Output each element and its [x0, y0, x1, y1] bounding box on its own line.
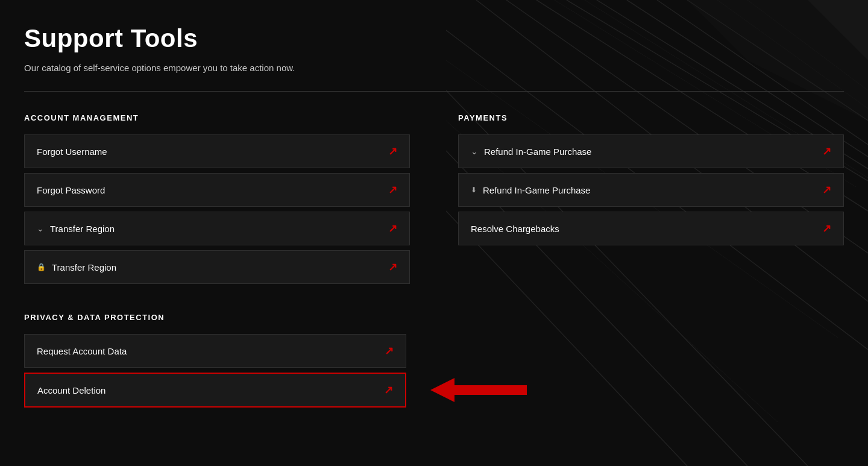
transfer-region-2-left: 🔒 Transfer Region	[37, 262, 116, 272]
payments-title: PAYMENTS	[458, 113, 844, 122]
refund-ingame-2-label: Refund In-Game Purchase	[483, 185, 590, 195]
request-account-data-left: Request Account Data	[37, 346, 127, 356]
privacy-section-wrapper: PRIVACY & DATA PROTECTION Request Accoun…	[24, 313, 844, 408]
forgot-username-label: Forgot Username	[37, 146, 107, 157]
section-divider	[24, 91, 844, 92]
resolve-chargebacks-item[interactable]: Resolve Chargebacks ↗	[458, 212, 844, 245]
resolve-chargebacks-arrow: ↗	[822, 222, 831, 235]
account-deletion-item[interactable]: Account Deletion ↗	[24, 373, 406, 408]
transfer-region-2-arrow: ↗	[388, 260, 397, 274]
refund-ingame-2-item[interactable]: ⬇ Refund In-Game Purchase ↗	[458, 173, 844, 207]
refund-ingame-2-arrow: ↗	[822, 183, 831, 197]
account-management-title: ACCOUNT MANAGEMENT	[24, 113, 410, 122]
transfer-region-1-icon: ⌄	[37, 224, 44, 233]
transfer-region-1-left: ⌄ Transfer Region	[37, 224, 115, 234]
page-title: Support Tools	[24, 24, 844, 53]
payments-section: PAYMENTS ⌄ Refund In-Game Purchase ↗ ⬇ R…	[458, 113, 844, 313]
account-management-section: ACCOUNT MANAGEMENT Forgot Username ↗ For…	[24, 113, 410, 313]
page-subtitle: Our catalog of self-service options empo…	[24, 63, 844, 73]
account-deletion-wrapper: Account Deletion ↗	[24, 373, 406, 408]
refund-ingame-2-left: ⬇ Refund In-Game Purchase	[471, 185, 590, 195]
account-deletion-label: Account Deletion	[37, 385, 105, 395]
refund-ingame-1-icon: ⌄	[471, 146, 478, 156]
transfer-region-1-arrow: ↗	[388, 222, 397, 235]
account-deletion-arrow: ↗	[384, 383, 393, 397]
refund-ingame-1-left: ⌄ Refund In-Game Purchase	[471, 146, 591, 157]
transfer-region-2-label: Transfer Region	[52, 262, 116, 272]
request-account-data-label: Request Account Data	[37, 346, 127, 356]
resolve-chargebacks-left: Resolve Chargebacks	[471, 224, 559, 234]
payments-list: ⌄ Refund In-Game Purchase ↗ ⬇ Refund In-…	[458, 134, 844, 245]
transfer-region-2-icon: 🔒	[37, 263, 46, 271]
forgot-password-arrow: ↗	[388, 183, 397, 197]
red-arrow-indicator	[430, 375, 527, 405]
transfer-region-2-item[interactable]: 🔒 Transfer Region ↗	[24, 250, 410, 284]
refund-ingame-1-item[interactable]: ⌄ Refund In-Game Purchase ↗	[458, 134, 844, 168]
forgot-password-left: Forgot Password	[37, 185, 105, 195]
forgot-username-arrow: ↗	[388, 145, 397, 158]
refund-ingame-1-arrow: ↗	[822, 145, 831, 158]
privacy-list: Request Account Data ↗ Account Deletion …	[24, 334, 406, 408]
request-account-data-item[interactable]: Request Account Data ↗	[24, 334, 406, 368]
account-deletion-left: Account Deletion	[37, 385, 105, 395]
account-management-list: Forgot Username ↗ Forgot Password ↗ ⌄ Tr…	[24, 134, 410, 284]
svg-marker-20	[430, 378, 527, 402]
privacy-title: PRIVACY & DATA PROTECTION	[24, 313, 844, 322]
request-account-data-arrow: ↗	[385, 344, 394, 357]
forgot-password-label: Forgot Password	[37, 185, 105, 195]
transfer-region-1-label: Transfer Region	[50, 224, 115, 234]
forgot-username-left: Forgot Username	[37, 146, 107, 157]
forgot-password-item[interactable]: Forgot Password ↗	[24, 173, 410, 207]
refund-ingame-1-label: Refund In-Game Purchase	[484, 146, 591, 157]
transfer-region-1-item[interactable]: ⌄ Transfer Region ↗	[24, 212, 410, 245]
refund-ingame-2-icon: ⬇	[471, 186, 477, 194]
forgot-username-item[interactable]: Forgot Username ↗	[24, 134, 410, 168]
main-content: Support Tools Our catalog of self-servic…	[0, 0, 868, 466]
top-sections-grid: ACCOUNT MANAGEMENT Forgot Username ↗ For…	[24, 113, 844, 313]
resolve-chargebacks-label: Resolve Chargebacks	[471, 224, 559, 234]
